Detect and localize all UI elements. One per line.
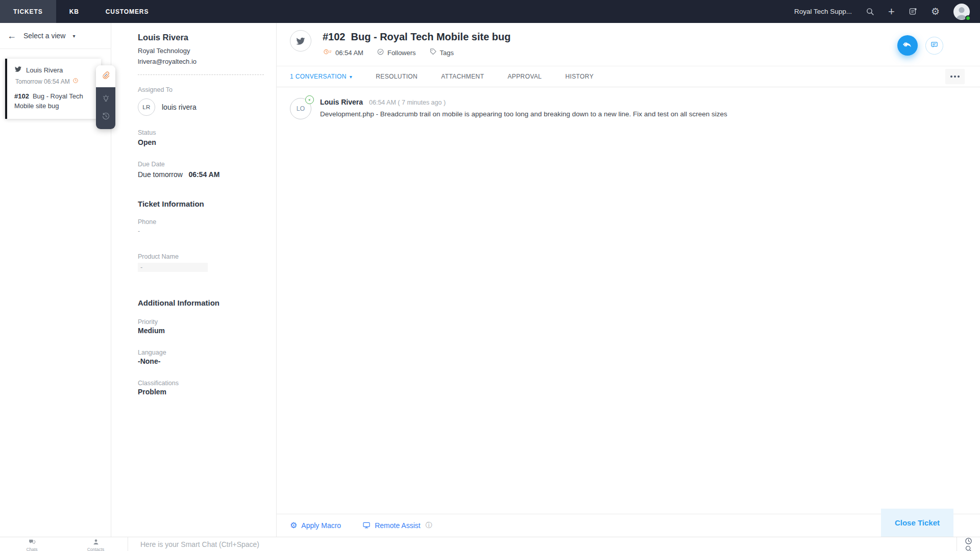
phone-label: Phone [138,218,264,226]
ticket-channel-avatar [290,30,311,52]
nav-tab-customers[interactable]: CUSTOMERS [92,0,162,23]
ticket-action-bar: ⚙ Apply Macro Remote Assist ⓘ [277,514,980,537]
ticket-due-time: 06:54 AM [323,48,363,57]
message-author: Louis Rivera [320,98,363,106]
apply-macro-button[interactable]: ⚙ Apply Macro [290,521,341,530]
status-bar-tools [957,537,980,551]
online-status-dot [965,15,971,21]
contacts-person-icon [92,538,100,547]
top-navigation: TICKETS KB CUSTOMERS Royal Tech Supp... … [0,0,980,23]
check-circle-icon [377,48,384,57]
tab-approval[interactable]: APPROVAL [507,73,542,80]
view-selector[interactable]: Select a view [23,32,65,40]
quick-actions-top [96,65,115,87]
assigned-to-label: Assigned To [138,86,264,93]
ticket-properties-panel: Louis Rivera Royal Technology lrivera@ro… [111,23,277,537]
more-options-icon[interactable] [945,69,965,84]
portal-name[interactable]: Royal Tech Supp... [794,8,852,15]
info-icon: ⓘ [426,521,432,530]
recent-activity-clock-icon[interactable] [957,537,980,545]
smart-chat-container [128,537,957,551]
assignee-name: louis rivera [162,103,197,111]
phone-value: - [138,228,264,235]
status-bar: Chats Contacts [0,537,980,551]
dashed-divider [138,74,264,75]
comment-button[interactable] [925,37,943,55]
monitor-icon [362,521,371,531]
section-title-additional-information: Additional Information [138,298,264,307]
incoming-message-badge-icon [305,95,314,104]
quick-actions-toolbar [96,65,115,129]
contacts-button[interactable]: Contacts [64,537,128,551]
followers-button[interactable]: Followers [377,48,416,57]
language-label: Language [138,349,264,356]
ticket-list-item[interactable]: Louis Rivera Tomorrow 06:54 AM #102Bug -… [5,59,101,119]
classifications-value: Problem [138,388,264,396]
chats-bubbles-icon [29,538,36,547]
whats-new-icon[interactable] [909,7,917,16]
tags-button[interactable]: Tags [429,48,454,57]
tab-resolution[interactable]: RESOLUTION [376,73,418,80]
global-search-icon[interactable] [957,545,980,551]
status-label: Status [138,129,264,136]
language-value: -None- [138,357,264,365]
classifications-label: Classifications [138,380,264,387]
ticket-title: #102Bug - Royal Tech Mobile site bug [323,30,510,43]
contact-company: Royal Technology [138,47,264,55]
macro-gear-icon: ⚙ [290,521,297,530]
tag-icon [429,48,437,57]
product-name-field[interactable]: - [138,263,208,272]
contact-email: lrivera@royaltech.io [138,58,264,65]
reply-all-button[interactable] [897,35,918,56]
chats-button[interactable]: Chats [0,537,64,551]
ticket-header: #102Bug - Royal Tech Mobile site bug 06:… [277,23,980,66]
ticket-tabs: 1 CONVERSATION ▾ RESOLUTION ATTACHMENT A… [277,66,980,87]
nav-right-tools: Royal Tech Supp... + ⚙ [794,0,980,23]
attachment-icon[interactable] [102,71,110,82]
assignee-avatar: LR [138,98,155,116]
section-title-ticket-information: Ticket Information [138,199,264,208]
history-clock-icon[interactable] [102,112,110,122]
user-avatar[interactable] [953,4,970,20]
reply-all-icon [902,40,913,52]
comment-bubble-icon [930,40,939,51]
close-ticket-button[interactable]: Close Ticket [881,509,953,537]
status-bar-shortcuts: Chats Contacts [0,537,128,551]
conversation-message: LO Louis Rivera 06:54 AM ( 7 minutes ago… [290,98,967,119]
caret-down-icon: ▾ [72,33,75,39]
ticket-card-contact: Louis Rivera [26,66,63,74]
schedule-clock-icon [323,48,332,57]
status-value: Open [138,138,264,146]
ticket-detail-panel: #102Bug - Royal Tech Mobile site bug 06:… [277,23,980,537]
due-clock-icon [72,78,79,85]
tab-conversation[interactable]: 1 CONVERSATION ▾ [290,73,352,80]
product-name-label: Product Name [138,253,264,260]
suggestions-bulb-icon[interactable] [102,94,110,105]
app-root: TICKETS KB CUSTOMERS Royal Tech Supp... … [0,0,980,551]
twitter-channel-icon [14,65,22,74]
ticket-card-subject: #102Bug - Royal Tech Mobile site bug [14,92,95,111]
conversation-thread: LO Louis Rivera 06:54 AM ( 7 minutes ago… [277,87,980,514]
message-body: Development.php - Breadcrumb trail on mo… [320,110,727,118]
settings-gear-icon[interactable]: ⚙ [931,7,940,16]
module-tabs: TICKETS KB CUSTOMERS [0,0,162,23]
ticket-list-panel: ← Select a view ▾ Louis Rivera Tomorrow … [0,23,111,537]
due-date-value: Due tomorrow 06:54 AM [138,170,264,179]
tab-history[interactable]: HISTORY [565,73,594,80]
due-date-label: Due Date [138,161,264,168]
smart-chat-input[interactable] [128,540,957,548]
quick-actions-bottom [96,87,115,129]
nav-tab-tickets[interactable]: TICKETS [0,0,56,23]
tab-attachment[interactable]: ATTACHMENT [441,73,484,80]
remote-assist-button[interactable]: Remote Assist ⓘ [362,521,432,531]
back-icon[interactable]: ← [7,31,16,40]
content-row: ← Select a view ▾ Louis Rivera Tomorrow … [0,23,980,537]
add-new-icon[interactable]: + [888,6,895,17]
search-icon[interactable] [866,7,874,16]
priority-label: Priority [138,318,264,325]
caret-down-icon: ▾ [350,74,352,80]
assignee-selector[interactable]: LR louis rivera [138,98,264,116]
view-selector-header: ← Select a view ▾ [0,23,111,49]
nav-tab-kb[interactable]: KB [56,0,92,23]
contact-name: Louis Rivera [138,33,264,42]
